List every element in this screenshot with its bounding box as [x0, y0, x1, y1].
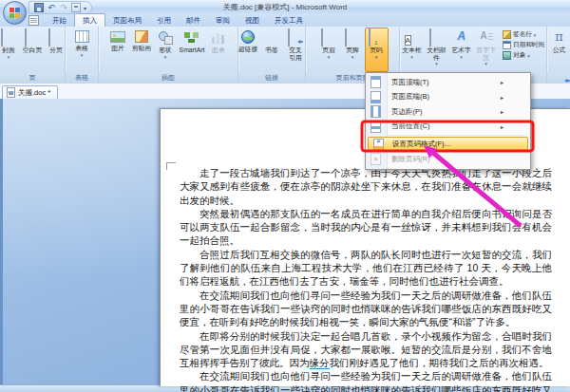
group-illustrations: 图片 剪贴画 形状 ▾ SmartArt 图表	[99, 27, 238, 84]
remove-page-numbers-icon	[370, 153, 381, 165]
object-button[interactable]: 对象 ▾	[503, 51, 544, 60]
signature-line-button[interactable]: 签名行 ▾	[503, 30, 544, 39]
tab-references[interactable]: 引用	[149, 14, 179, 27]
menu-item-format-page-numbers[interactable]: 设置页码格式(F)...	[368, 137, 528, 152]
hyperlink-button[interactable]: 超链接	[237, 28, 260, 72]
submenu-arrow-icon: ▸	[501, 79, 504, 85]
group-label-links: 链接	[238, 72, 305, 84]
group-pages: 封面 ▾ 空白页 分页 页	[0, 27, 66, 84]
text-box-button[interactable]: A 文本框 ▾	[400, 28, 424, 72]
office-button[interactable]	[3, 1, 27, 25]
bookmark-button[interactable]: 书签	[260, 28, 284, 72]
cover-page-button[interactable]: 封面 ▾	[0, 28, 21, 72]
page-number-button[interactable]: 页码 ▾	[365, 28, 389, 72]
dropdown-caret-icon: ▾	[81, 53, 84, 58]
paragraph: 在即将分别的时候我们决定一起合唱几首歌，录个小视频作为留念，合唱时我们尽管第一次…	[180, 329, 552, 370]
table-button[interactable]: 表格 ▾	[70, 28, 94, 72]
header-icon	[321, 29, 336, 45]
cross-reference-icon	[288, 29, 303, 45]
picture-button[interactable]: 图片	[106, 28, 130, 72]
page-break-icon	[48, 29, 64, 45]
flagged-word: 缘分	[310, 357, 330, 369]
document-text[interactable]: 走了一段古城墙我们到达了一个凉亭，由于今天天气炎热我们走了这一小段之后大家又感到…	[180, 166, 552, 392]
group-tables: 表格 ▾ 表格	[66, 27, 99, 84]
smartart-button[interactable]: SmartArt	[178, 28, 207, 72]
drop-cap-button: A 首字下沉 ▾	[473, 28, 499, 72]
margin-mark-left	[166, 162, 176, 170]
tab-insert[interactable]: 插入	[74, 13, 105, 27]
tab-developer[interactable]: 开发工具	[267, 14, 311, 27]
submenu-arrow-icon: ▸	[501, 123, 504, 130]
dropdown-caret-icon: ▾	[534, 32, 537, 38]
blank-page-button[interactable]: 空白页	[21, 28, 45, 72]
tab-mailings[interactable]: 邮件	[179, 14, 208, 27]
date-time-button[interactable]: 日期和时间	[503, 41, 544, 49]
wordart-button[interactable]: A 艺术字 ▾	[449, 28, 473, 72]
text-box-icon: A	[405, 29, 420, 45]
tab-home[interactable]: 开始	[45, 14, 74, 27]
tab-view[interactable]: 视图	[238, 14, 267, 27]
group-symbols: π 公式	[547, 27, 570, 84]
document-tab-label: 关搬.doc *	[18, 88, 50, 98]
print-preview-icon[interactable]	[71, 3, 81, 12]
paragraph: 在交流期间我们也向他们寻问一些经验为我们一天之后的调研做准备，他们队伍里的小哥哥…	[180, 369, 552, 392]
menu-separator	[389, 135, 527, 136]
date-time-icon	[503, 41, 511, 49]
table-icon	[75, 30, 89, 43]
cover-page-icon	[1, 29, 16, 45]
group-label-illustrations: 插图	[99, 72, 238, 84]
equation-button[interactable]: π 公式	[547, 28, 570, 72]
undo-icon[interactable]: ↶	[47, 3, 56, 12]
paragraph: 在交流期间我们也向他们寻问一些经验为我们一天之后的调研做准备，他们队伍里的小哥哥…	[180, 289, 552, 329]
document-tab[interactable]: W 关搬.doc *	[2, 85, 58, 99]
word-doc-icon: W	[7, 87, 15, 98]
menu-item-bottom-of-page[interactable]: 页面底端(B) ▸	[366, 90, 530, 105]
bottom-of-page-icon	[370, 91, 381, 103]
pi-icon: π	[552, 29, 567, 45]
dropdown-caret-icon: ▾	[460, 55, 463, 60]
menu-item-remove-page-numbers: 删除页码(R)	[366, 152, 530, 167]
qat-customize-caret-icon[interactable]: ▾	[84, 5, 86, 11]
drop-cap-icon: A	[479, 29, 494, 45]
tab-page-layout[interactable]: 页面布局	[105, 14, 149, 27]
shapes-icon	[158, 29, 173, 45]
smartart-icon	[184, 29, 200, 45]
dropdown-caret-icon: ▾	[527, 53, 530, 59]
object-icon	[503, 51, 511, 60]
save-icon[interactable]	[34, 3, 44, 12]
cross-reference-button[interactable]: 交叉 引用	[284, 28, 308, 72]
page-margins-icon	[370, 105, 381, 118]
footer-button[interactable]: 页脚 ▾	[341, 28, 365, 72]
dropdown-caret-icon: ▾	[410, 55, 413, 60]
blank-page-icon	[25, 29, 40, 45]
clipart-icon	[135, 30, 148, 43]
signature-line-icon	[503, 30, 511, 39]
chart-button: 图表	[206, 28, 230, 72]
header-button[interactable]: 页眉 ▾	[317, 28, 341, 72]
group-label-pages: 页	[0, 72, 65, 84]
bookmark-icon	[264, 29, 279, 45]
document-icon	[28, 15, 39, 26]
quick-parts-button[interactable]: 文档部件 ▾	[424, 28, 449, 72]
dropdown-caret-icon: ▾	[328, 55, 331, 60]
dropdown-caret-icon: ▾	[352, 55, 354, 60]
page-number-icon	[369, 29, 384, 45]
chart-icon	[211, 29, 226, 45]
ribbon-tab-bar: 开始 插入 页面布局 引用 邮件 审阅 视图 开发工具	[0, 14, 570, 27]
menu-item-current-position[interactable]: 当前位置(C) ▸	[366, 120, 530, 135]
dropdown-caret-icon: ▾	[484, 62, 487, 66]
dropdown-caret-icon: ▾	[375, 55, 378, 60]
menu-item-page-margins[interactable]: 页边距(P) ▸	[366, 104, 530, 120]
menu-item-top-of-page[interactable]: 页面顶端(T) ▸	[366, 75, 530, 90]
tab-review[interactable]: 审阅	[208, 14, 238, 27]
dropdown-caret-icon: ▾	[435, 62, 438, 66]
group-label-tables: 表格	[66, 72, 98, 84]
clipart-button[interactable]: 剪贴画	[130, 28, 154, 72]
page-break-button[interactable]: 分页	[45, 28, 68, 72]
office-logo-icon	[10, 8, 20, 18]
page-number-menu: 页面顶端(T) ▸ 页面底端(B) ▸ 页边距(P) ▸ 当前位置(C) ▸ 设…	[365, 72, 531, 170]
top-of-page-icon	[370, 76, 381, 88]
shapes-button[interactable]: 形状 ▾	[154, 28, 178, 72]
wordart-icon: A	[454, 29, 469, 45]
paragraph: 走了一段古城墙我们到达了一个凉亭，由于今天天气炎热我们走了这一小段之后大家又感到…	[180, 166, 552, 207]
